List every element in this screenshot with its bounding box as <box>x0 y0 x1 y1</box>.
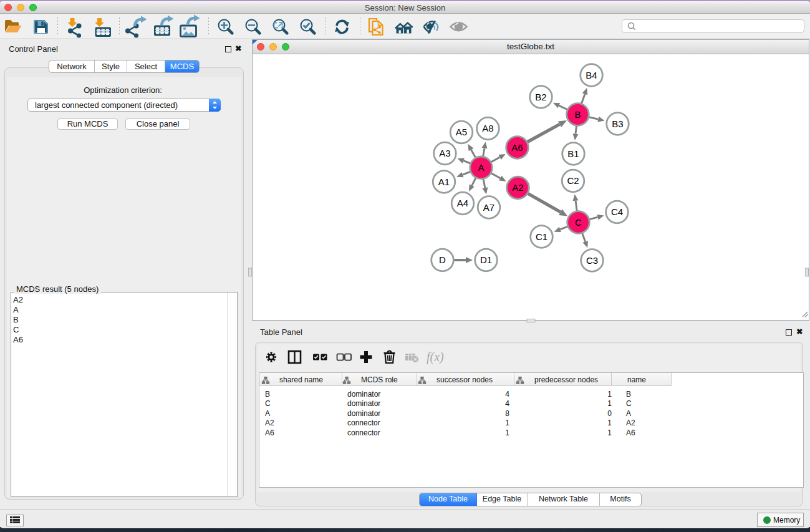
svg-text:f(x): f(x) <box>427 350 444 364</box>
